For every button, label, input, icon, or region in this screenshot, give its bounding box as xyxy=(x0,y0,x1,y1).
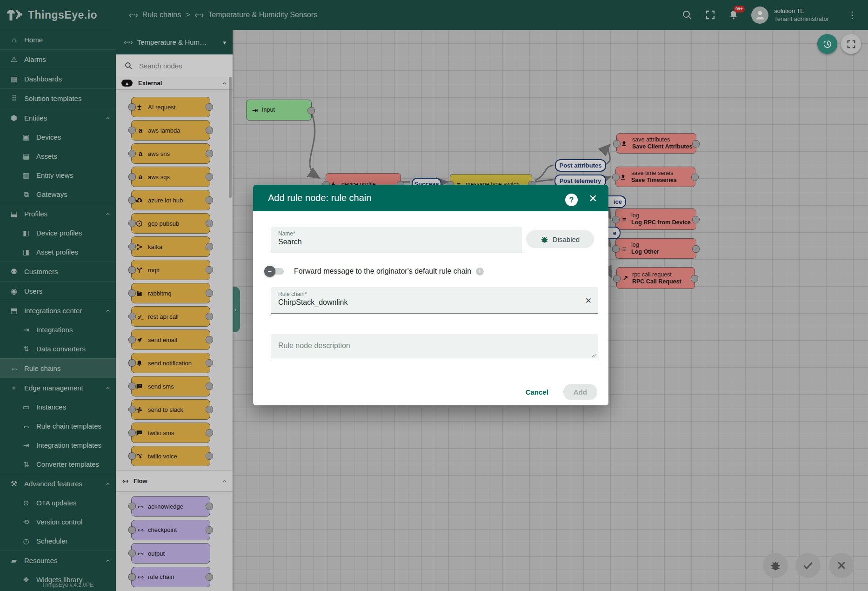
name-field-value: Search xyxy=(278,238,522,246)
cancel-button[interactable]: Cancel xyxy=(520,384,554,400)
clear-icon[interactable]: ✕ xyxy=(585,296,592,306)
name-field[interactable]: Name* Search xyxy=(271,227,522,253)
name-field-label: Name* xyxy=(278,230,522,237)
description-placeholder: Rule node description xyxy=(278,342,598,350)
forward-toggle-label: Forward message to the originator's defa… xyxy=(294,267,471,275)
dialog-title: Add rule node: rule chain xyxy=(268,193,371,203)
help-icon[interactable]: ? xyxy=(565,194,578,206)
rule-chain-field-value: ChirpStack_downlink xyxy=(278,298,598,307)
resize-handle[interactable] xyxy=(592,353,597,357)
disabled-button-label: Disabled xyxy=(553,235,580,243)
toggle-knob: – xyxy=(264,266,275,277)
dialog-header: Add rule node: rule chain ? ✕ xyxy=(253,185,608,211)
forward-toggle-row: – Forward message to the originator's de… xyxy=(267,265,484,278)
app-root: ThingsEye.io ‹··› Rule chains > ‹··› Tem… xyxy=(0,0,868,591)
close-icon[interactable]: ✕ xyxy=(589,193,597,205)
rule-chain-field-label: Rule chain* xyxy=(278,291,598,297)
add-rule-node-dialog: Add rule node: rule chain ? ✕ Name* Sear… xyxy=(253,185,608,405)
dialog-actions: Cancel Add xyxy=(520,384,597,400)
debug-disabled-button[interactable]: Disabled xyxy=(526,230,594,248)
rule-chain-field[interactable]: Rule chain* ChirpStack_downlink ✕ xyxy=(271,287,598,314)
bug-icon xyxy=(541,235,548,243)
add-button[interactable]: Add xyxy=(563,384,597,400)
description-field[interactable]: Rule node description xyxy=(271,334,598,359)
forward-toggle[interactable]: – xyxy=(267,268,284,275)
info-icon[interactable]: i xyxy=(476,268,484,275)
